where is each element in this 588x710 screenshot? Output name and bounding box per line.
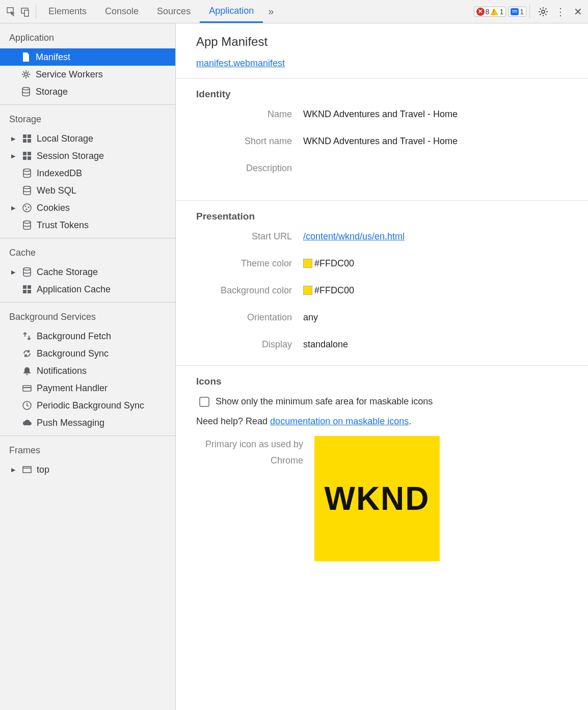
maskable-checkbox-row[interactable]: Show only the minimum safe area for mask… bbox=[199, 396, 568, 407]
more-tabs-icon[interactable]: » bbox=[263, 0, 279, 23]
sidebar-item-payment-handler[interactable]: ▶ Payment Handler bbox=[0, 379, 175, 397]
page-title: App Manifest bbox=[196, 35, 568, 49]
presentation-section: Presentation Start URL /content/wknd/us/… bbox=[176, 201, 588, 365]
frame-icon bbox=[21, 464, 33, 475]
svg-rect-36 bbox=[23, 387, 31, 388]
svg-point-28 bbox=[23, 221, 31, 224]
section-heading: Presentation bbox=[196, 211, 568, 222]
svg-point-3 bbox=[542, 10, 545, 13]
field-short-name: Short name WKND Adventures and Travel - … bbox=[196, 136, 568, 147]
sidebar-item-indexeddb[interactable]: ▶ IndexedDB bbox=[0, 165, 175, 182]
sidebar-title: Storage bbox=[0, 109, 175, 130]
sidebar-item-websql[interactable]: ▶ Web SQL bbox=[0, 182, 175, 199]
tab-sources[interactable]: Sources bbox=[148, 0, 200, 23]
field-label: Orientation bbox=[196, 312, 303, 323]
cookie-icon bbox=[21, 202, 33, 213]
svg-point-34 bbox=[26, 374, 28, 375]
sidebar-item-service-workers[interactable]: Service Workers bbox=[0, 66, 175, 83]
field-name: Name WKND Adventures and Travel - Home bbox=[196, 109, 568, 120]
svg-rect-14 bbox=[23, 134, 26, 138]
sidebar-item-application-cache[interactable]: ▶ Application Cache bbox=[0, 281, 175, 298]
manifest-header: App Manifest manifest.webmanifest bbox=[176, 23, 588, 78]
svg-rect-16 bbox=[23, 139, 26, 143]
message-badge[interactable]: 1 bbox=[508, 7, 526, 17]
sidebar-section-cache: Cache ▶ Cache Storage ▶ Application Cach… bbox=[0, 238, 175, 303]
warning-count: 1 bbox=[499, 8, 503, 16]
manifest-file-link[interactable]: manifest.webmanifest bbox=[196, 58, 285, 68]
card-icon bbox=[21, 383, 33, 394]
error-warning-badge[interactable]: ✕ 8 1 bbox=[474, 7, 506, 17]
field-label: Display bbox=[196, 339, 303, 350]
svg-line-10 bbox=[540, 14, 541, 15]
start-url-link[interactable]: /content/wknd/us/en.html bbox=[303, 231, 405, 241]
field-label: Theme color bbox=[196, 258, 303, 269]
sidebar-item-manifest[interactable]: Manifest bbox=[0, 48, 175, 66]
sidebar-item-local-storage[interactable]: ▶ Local Storage bbox=[0, 130, 175, 147]
message-count: 1 bbox=[520, 8, 524, 16]
sidebar-item-periodic-sync[interactable]: ▶ Periodic Background Sync bbox=[0, 397, 175, 414]
status-badges: ✕ 8 1 1 bbox=[474, 7, 526, 17]
help-text: Need help? Read documentation on maskabl… bbox=[196, 416, 568, 427]
sidebar-item-label: Application Cache bbox=[37, 284, 111, 295]
svg-point-22 bbox=[23, 169, 31, 172]
sidebar-item-label: Cookies bbox=[37, 203, 70, 213]
sidebar-item-cache-storage[interactable]: ▶ Cache Storage bbox=[0, 263, 175, 281]
expand-icon[interactable]: ▶ bbox=[11, 135, 17, 142]
sidebar-item-label: Push Messaging bbox=[37, 418, 104, 428]
sidebar-item-label: Storage bbox=[36, 87, 68, 97]
svg-point-29 bbox=[23, 268, 31, 270]
field-value: WKND Adventures and Travel - Home bbox=[303, 109, 568, 120]
svg-rect-30 bbox=[23, 285, 26, 289]
field-value: WKND Adventures and Travel - Home bbox=[303, 136, 568, 147]
tab-application[interactable]: Application bbox=[200, 0, 263, 23]
sidebar-item-label: Session Storage bbox=[37, 151, 104, 161]
inspect-icon[interactable] bbox=[4, 5, 18, 19]
toolbar-right: ⋮ ✕ bbox=[537, 6, 584, 18]
sidebar-item-label: IndexedDB bbox=[37, 168, 82, 179]
sidebar-section-storage: Storage ▶ Local Storage ▶ Session Storag… bbox=[0, 105, 175, 238]
maskable-docs-link[interactable]: documentation on maskable icons bbox=[270, 416, 409, 426]
sidebar-item-bg-fetch[interactable]: ▶ Background Fetch bbox=[0, 327, 175, 345]
settings-icon[interactable] bbox=[537, 6, 549, 18]
sidebar-item-storage[interactable]: Storage bbox=[0, 83, 175, 100]
svg-rect-2 bbox=[24, 10, 29, 16]
sidebar-item-trust-tokens[interactable]: ▶ Trust Tokens bbox=[0, 216, 175, 234]
sidebar-item-top-frame[interactable]: ▶ top bbox=[0, 461, 175, 478]
kebab-menu-icon[interactable]: ⋮ bbox=[554, 6, 567, 18]
sidebar-title: Cache bbox=[0, 242, 175, 263]
svg-line-9 bbox=[545, 14, 546, 15]
tab-elements[interactable]: Elements bbox=[39, 0, 96, 23]
sidebar-item-label: Manifest bbox=[36, 52, 70, 63]
device-toggle-icon[interactable] bbox=[18, 5, 33, 19]
database-icon bbox=[20, 86, 32, 97]
expand-icon[interactable]: ▶ bbox=[11, 153, 17, 159]
clock-icon bbox=[21, 400, 33, 411]
database-icon bbox=[21, 266, 33, 278]
tab-console[interactable]: Console bbox=[96, 0, 148, 23]
sidebar-item-cookies[interactable]: ▶ Cookies bbox=[0, 199, 175, 216]
icons-section: Icons Show only the minimum safe area fo… bbox=[176, 366, 588, 571]
divider bbox=[529, 5, 530, 18]
bell-icon bbox=[21, 365, 33, 376]
sidebar-item-label: Background Fetch bbox=[37, 331, 111, 342]
primary-icon-preview: WKND bbox=[314, 436, 440, 561]
sidebar-item-bg-sync[interactable]: ▶ Background Sync bbox=[0, 345, 175, 362]
sidebar-item-notifications[interactable]: ▶ Notifications bbox=[0, 362, 175, 379]
expand-icon[interactable]: ▶ bbox=[11, 269, 17, 276]
expand-icon[interactable]: ▶ bbox=[11, 205, 17, 211]
close-icon[interactable]: ✕ bbox=[572, 6, 584, 18]
primary-icon-row: Primary icon as used by Chrome WKND bbox=[196, 436, 568, 561]
sidebar-title: Frames bbox=[0, 440, 175, 461]
svg-point-24 bbox=[23, 204, 31, 212]
svg-rect-31 bbox=[28, 285, 31, 289]
checkbox[interactable] bbox=[199, 397, 209, 407]
sidebar-item-push-messaging[interactable]: ▶ Push Messaging bbox=[0, 414, 175, 431]
sidebar-item-session-storage[interactable]: ▶ Session Storage bbox=[0, 147, 175, 165]
section-heading: Icons bbox=[196, 376, 568, 387]
svg-rect-35 bbox=[23, 386, 31, 391]
warning-icon bbox=[490, 8, 498, 15]
svg-line-11 bbox=[545, 8, 546, 9]
field-value: #FFDC00 bbox=[303, 258, 568, 269]
expand-icon[interactable]: ▶ bbox=[11, 467, 17, 473]
field-value: #FFDC00 bbox=[303, 285, 568, 296]
